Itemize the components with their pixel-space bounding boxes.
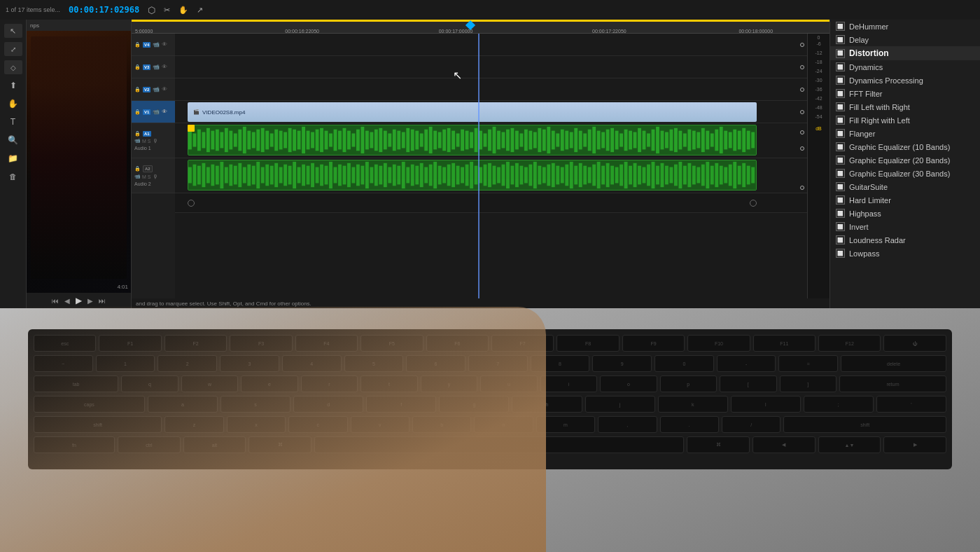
- effect-item-5[interactable]: ⬜FFT Filter: [830, 87, 980, 100]
- key-j[interactable]: j: [585, 396, 655, 413]
- key-0[interactable]: 0: [654, 355, 714, 372]
- key-f11[interactable]: F11: [753, 335, 816, 352]
- key-f3[interactable]: F3: [230, 335, 292, 352]
- key-right-shift[interactable]: shift: [783, 416, 946, 433]
- effect-item-10[interactable]: ⬜Graphic Equalizer (20 Bands): [830, 153, 980, 167]
- tool-folder[interactable]: 📁: [4, 151, 22, 165]
- key-f9[interactable]: F9: [622, 335, 685, 352]
- effect-item-15[interactable]: ⬜Invert: [830, 220, 980, 233]
- key-left[interactable]: ◀: [752, 436, 816, 453]
- key-e[interactable]: e: [241, 375, 298, 392]
- key-h[interactable]: h: [512, 396, 582, 413]
- effect-item-11[interactable]: ⬜Graphic Equalizer (30 Bands): [830, 167, 980, 180]
- key-minus[interactable]: -: [717, 355, 776, 372]
- key-f4[interactable]: F4: [295, 335, 358, 352]
- tool-hand-icon[interactable]: ✋: [178, 6, 188, 15]
- key-8[interactable]: 8: [531, 355, 590, 372]
- effect-item-9[interactable]: ⬜Graphic Equalizer (10 Bands): [830, 140, 980, 153]
- effect-item-2[interactable]: ⬜Distortion: [830, 46, 980, 60]
- tool-cursor[interactable]: ⬆: [4, 78, 22, 92]
- key-semicolon[interactable]: ;: [804, 396, 874, 413]
- key-f6[interactable]: F6: [426, 335, 489, 352]
- key-6[interactable]: 6: [406, 355, 465, 372]
- key-ctrl[interactable]: ctrl: [118, 436, 181, 453]
- key-5[interactable]: 5: [344, 355, 404, 372]
- key-b[interactable]: b: [412, 416, 471, 433]
- play-pause-button[interactable]: ▶: [76, 296, 82, 305]
- end-button[interactable]: ⏭: [99, 297, 106, 305]
- track-s-a2[interactable]: S: [148, 174, 151, 179]
- key-f[interactable]: f: [366, 396, 436, 413]
- key-f10[interactable]: F10: [687, 335, 750, 352]
- track-s-a1[interactable]: S: [148, 139, 151, 144]
- key-period[interactable]: .: [660, 416, 719, 433]
- key-1[interactable]: 1: [96, 355, 155, 372]
- key-v[interactable]: v: [351, 416, 410, 433]
- key-f5[interactable]: F5: [360, 335, 423, 352]
- key-i[interactable]: i: [540, 375, 597, 392]
- key-k[interactable]: k: [658, 396, 728, 413]
- key-fn[interactable]: fn: [34, 436, 115, 453]
- key-z[interactable]: z: [164, 416, 223, 433]
- key-9[interactable]: 9: [592, 355, 652, 372]
- key-rbracket[interactable]: ]: [780, 375, 836, 392]
- key-right[interactable]: ▶: [883, 436, 946, 453]
- effect-item-7[interactable]: ⬜Fill Right with Left: [830, 113, 980, 127]
- tool-select-icon[interactable]: ⬡: [148, 5, 155, 15]
- key-power[interactable]: ⏻: [883, 335, 946, 352]
- key-equals[interactable]: =: [778, 355, 838, 372]
- tool-razor-icon[interactable]: ✂: [164, 6, 170, 15]
- key-f1[interactable]: F1: [99, 335, 161, 352]
- video-clip[interactable]: 🎬 VIDEO02S8.mp4: [188, 102, 757, 122]
- key-esc[interactable]: esc: [34, 335, 96, 352]
- key-backspace[interactable]: delete: [841, 355, 946, 372]
- key-return[interactable]: return: [839, 375, 946, 392]
- audio-clip-a2[interactable]: [188, 160, 757, 191]
- key-4[interactable]: 4: [282, 355, 342, 372]
- tool-selector[interactable]: ↖: [4, 24, 22, 38]
- key-g[interactable]: g: [439, 396, 509, 413]
- key-quote[interactable]: ': [876, 396, 946, 413]
- key-cmd-right[interactable]: ⌘: [687, 436, 750, 453]
- audio-clip-a1[interactable]: [188, 125, 757, 156]
- key-f12[interactable]: F12: [818, 335, 881, 352]
- key-space[interactable]: [314, 436, 684, 453]
- track-m-a1[interactable]: M: [142, 139, 146, 144]
- key-u[interactable]: u: [480, 375, 537, 392]
- key-n[interactable]: n: [474, 416, 533, 433]
- effect-item-14[interactable]: ⬜Highpass: [830, 207, 980, 220]
- key-tilde[interactable]: ~: [34, 355, 93, 372]
- tool-expand[interactable]: ⤢: [4, 42, 22, 56]
- key-2[interactable]: 2: [158, 355, 217, 372]
- effect-item-6[interactable]: ⬜Fill Left with Right: [830, 100, 980, 113]
- key-caps[interactable]: caps: [34, 396, 145, 413]
- tool-mark[interactable]: ◇: [4, 60, 22, 74]
- key-lbracket[interactable]: [: [720, 375, 776, 392]
- effect-item-16[interactable]: ⬜Loudness Radar: [830, 233, 980, 247]
- key-f7[interactable]: F7: [491, 335, 554, 352]
- key-q[interactable]: q: [121, 375, 178, 392]
- key-s[interactable]: s: [220, 396, 290, 413]
- key-r[interactable]: r: [301, 375, 358, 392]
- key-left-shift[interactable]: shift: [34, 416, 162, 433]
- key-comma[interactable]: ,: [598, 416, 657, 433]
- key-p[interactable]: p: [660, 375, 717, 392]
- key-m[interactable]: m: [536, 416, 595, 433]
- tool-text[interactable]: T: [4, 115, 22, 129]
- next-frame-button[interactable]: ▶: [88, 297, 93, 305]
- key-a[interactable]: a: [148, 396, 218, 413]
- key-w[interactable]: w: [181, 375, 238, 392]
- effect-item-3[interactable]: ⬜Dynamics: [830, 60, 980, 74]
- key-f2[interactable]: F2: [164, 335, 227, 352]
- key-tab[interactable]: tab: [34, 375, 118, 392]
- key-f8[interactable]: F8: [556, 335, 619, 352]
- key-alt[interactable]: alt: [183, 436, 246, 453]
- key-o[interactable]: o: [600, 375, 657, 392]
- effect-item-12[interactable]: ⬜GuitarSuite: [830, 180, 980, 193]
- key-t[interactable]: t: [360, 375, 417, 392]
- tool-arrow-icon[interactable]: ↗: [197, 6, 203, 15]
- tool-hand2[interactable]: ✋: [4, 97, 22, 111]
- effect-item-13[interactable]: ⬜Hard Limiter: [830, 193, 980, 207]
- key-up-down[interactable]: ▲▼: [818, 436, 881, 453]
- effect-item-0[interactable]: ⬜DeHummer: [830, 20, 980, 33]
